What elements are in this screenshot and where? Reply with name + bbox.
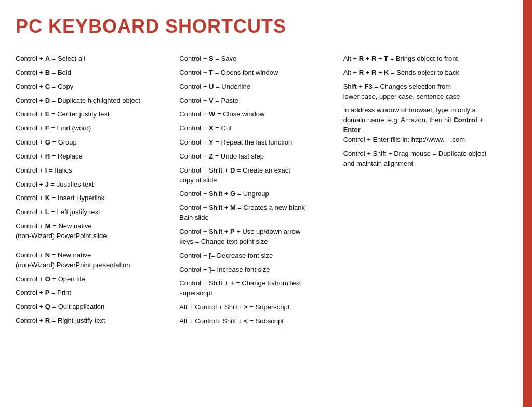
shortcut-item-ctrl-shift-drag: Control + Shift + Drag mouse = Duplicate…: [343, 147, 502, 171]
page-title: PC KEYBOARD SHORTCUTS: [16, 16, 502, 37]
shortcut-item-ctrl-f: Control + F = Find (word): [16, 122, 174, 136]
shortcut-item-ctrl-v: Control + V = Paste: [179, 94, 338, 108]
shortcuts-col-3: Alt + R + R + T = Brings object to front…: [343, 52, 502, 170]
shortcut-item-ctrl-s: Control + S = Save: [179, 52, 338, 66]
shortcut-item-ctrl-k: Control + K = Insert Hyperlink: [16, 191, 174, 205]
main-content: PC KEYBOARD SHORTCUTS Control + A = Sele…: [0, 0, 523, 344]
shortcut-item-ctrl-u: Control + U = Underline: [179, 80, 338, 94]
shortcuts-grid: Control + A = Select allControl + B = Bo…: [16, 52, 502, 329]
shortcut-item-browser-tip: In address window of browser, type in on…: [343, 103, 502, 147]
shortcut-item-ctrl-r: Control + R = Right justify text: [16, 314, 174, 328]
shortcuts-col-1: Control + A = Select allControl + B = Bo…: [16, 52, 174, 328]
shortcut-item-alt-ctrl-shift-gt: Alt + Control + Shift+ > = Superscript: [179, 300, 338, 314]
shortcut-item-ctrl-i: Control + I = Italics: [16, 164, 174, 178]
shortcut-item-ctrl-d: Control + D = Duplicate highlighted obje…: [16, 94, 174, 108]
shortcuts-col-2: Control + S = SaveControl + T = Opens fo…: [179, 52, 338, 329]
shortcut-item-ctrl-l: Control + L = Left justify text: [16, 205, 174, 219]
shortcut-item-ctrl-shift-m: Control + Shift + M = Creates a new blan…: [179, 201, 338, 225]
shortcut-item-ctrl-e: Control + E = Center justify text: [16, 108, 174, 122]
shortcut-item-ctrl-c: Control + C = Copy: [16, 80, 174, 94]
shortcut-item-shift-f3: Shift + F3 = Changes selection fromlower…: [343, 80, 502, 104]
shortcut-item-ctrl-o: Control + O = Open file: [16, 272, 174, 286]
shortcut-item-ctrl-g: Control + G = Group: [16, 136, 174, 150]
shortcut-item-alt-r-r-t: Alt + R + R + T = Brings object to front: [343, 52, 502, 66]
shortcut-item-ctrl-a: Control + A = Select all: [16, 52, 174, 66]
red-accent-bar: [523, 0, 532, 407]
shortcut-item-alt-r-r-k: Alt + R + R + K = Sends object to back: [343, 66, 502, 80]
shortcut-item-ctrl-h: Control + H = Replace: [16, 150, 174, 164]
shortcut-item-ctrl-n: Control + N = New native(non-Wizard) Pow…: [16, 248, 174, 272]
shortcut-item-gap1: [16, 243, 174, 248]
shortcut-item-ctrl-b: Control + B = Bold: [16, 66, 174, 80]
shortcut-item-ctrl-shift-plus: Control + Shift + + = Change to/from tex…: [179, 277, 338, 300]
shortcut-item-ctrl-t: Control + T = Opens font window: [179, 66, 338, 80]
shortcut-item-ctrl-shift-d: Control + Shift + D = Create an exactcop…: [179, 164, 338, 188]
shortcut-item-ctrl-bracket-open: Control + [= Decrease font size: [179, 249, 338, 263]
shortcut-item-ctrl-y: Control + Y = Repeat the last function: [179, 136, 338, 150]
shortcut-item-ctrl-q: Control + Q = Quit application: [16, 300, 174, 314]
shortcut-item-ctrl-shift-g: Control + Shift + G = Ungroup: [179, 187, 338, 201]
shortcut-item-ctrl-p: Control + P = Print: [16, 286, 174, 300]
shortcut-item-ctrl-shift-p: Control + Shift + P + Use up/down arrowk…: [179, 225, 338, 249]
shortcut-item-ctrl-z: Control + Z = Undo last step: [179, 150, 338, 164]
shortcut-item-ctrl-w: Control + W = Close window: [179, 108, 338, 122]
shortcut-item-ctrl-m: Control + M = New native(non-Wizard) Pow…: [16, 219, 174, 243]
shortcut-item-ctrl-bracket-close: Control + ]= Increase font size: [179, 263, 338, 277]
shortcut-item-ctrl-j: Control + J = Justifies text: [16, 178, 174, 192]
shortcut-item-alt-ctrl-shift-lt: Alt + Control+ Shift + < = Subscript: [179, 314, 338, 329]
shortcut-item-ctrl-x: Control + X = Cut: [179, 122, 338, 136]
